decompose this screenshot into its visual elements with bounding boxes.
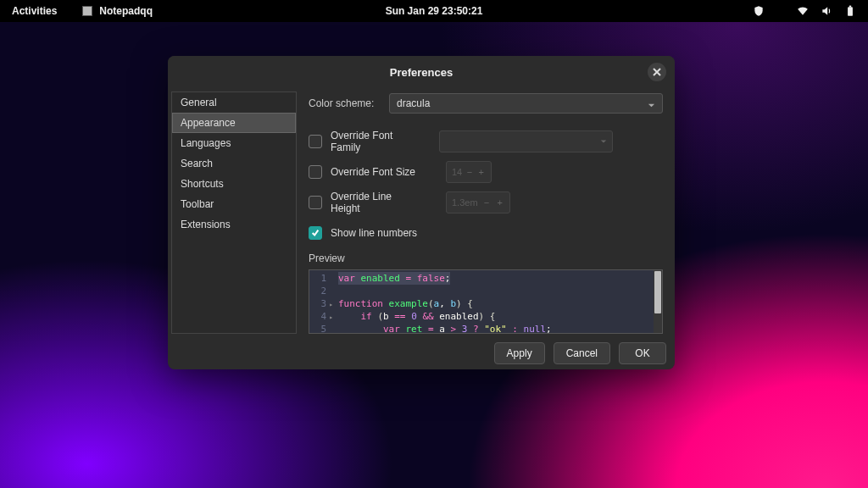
apply-button[interactable]: Apply xyxy=(494,342,545,364)
app-menu[interactable]: Notepadqq xyxy=(82,5,153,17)
dialog-button-bar: Apply Cancel OK xyxy=(168,337,675,369)
cancel-button[interactable]: Cancel xyxy=(554,342,610,364)
preferences-sidebar: General Appearance Languages Search Shor… xyxy=(171,92,297,334)
preview-label: Preview xyxy=(309,252,663,264)
clock-label: Sun Jan 29 23:50:21 xyxy=(386,5,483,17)
svg-rect-0 xyxy=(848,7,853,15)
volume-icon xyxy=(821,5,832,17)
dialog-title: Preferences xyxy=(390,66,453,79)
minus-icon: − xyxy=(482,197,491,208)
close-button[interactable] xyxy=(648,63,666,81)
sidebar-item-search[interactable]: Search xyxy=(172,153,296,174)
sidebar-item-shortcuts[interactable]: Shortcuts xyxy=(172,174,296,194)
system-tray[interactable] xyxy=(753,5,856,17)
minus-icon: − xyxy=(465,167,474,177)
preferences-content: Color scheme: dracula Override Font Fami… xyxy=(297,88,675,337)
show-line-numbers-label: Show line numbers xyxy=(331,227,417,239)
override-font-size-label: Override Font Size xyxy=(331,166,422,178)
activities-button[interactable]: Activities xyxy=(12,5,57,17)
color-scheme-dropdown[interactable]: dracula xyxy=(389,93,663,114)
sidebar-item-general[interactable]: General xyxy=(172,92,296,113)
font-size-stepper: 14 − + xyxy=(446,161,492,183)
font-family-dropdown xyxy=(439,130,613,152)
color-scheme-label: Color scheme: xyxy=(309,97,381,109)
preferences-dialog: Preferences General Appearance Languages… xyxy=(168,56,675,369)
app-icon xyxy=(82,6,92,16)
close-icon xyxy=(653,68,661,76)
show-line-numbers-checkbox[interactable] xyxy=(309,226,322,240)
ok-button[interactable]: OK xyxy=(619,342,666,364)
sidebar-item-languages[interactable]: Languages xyxy=(172,133,296,153)
shield-icon xyxy=(753,5,765,17)
sidebar-item-appearance[interactable]: Appearance xyxy=(172,113,296,133)
override-line-height-checkbox[interactable] xyxy=(309,196,322,209)
code-preview: 1 2 3 4 5 6 7 8 9 10 var enabled = false… xyxy=(309,269,663,334)
battery-icon xyxy=(844,5,856,17)
override-font-size-checkbox[interactable] xyxy=(309,165,322,179)
color-scheme-value: dracula xyxy=(397,97,430,109)
preview-scrollbar[interactable] xyxy=(654,270,662,333)
preview-scrollthumb[interactable] xyxy=(654,271,661,313)
override-font-family-label: Override Font Family xyxy=(331,130,422,153)
sidebar-item-toolbar[interactable]: Toolbar xyxy=(172,194,296,214)
plus-icon: + xyxy=(477,167,486,177)
plus-icon: + xyxy=(496,197,504,208)
gnome-top-bar: Activities Notepadqq Sun Jan 29 23:50:21 xyxy=(0,0,868,22)
app-name-label: Notepadqq xyxy=(99,5,153,17)
preview-code-body: var enabled = false; function example(a,… xyxy=(330,270,662,333)
line-height-stepper: 1.3em − + xyxy=(446,191,510,214)
network-icon xyxy=(797,5,809,17)
dialog-titlebar[interactable]: Preferences xyxy=(168,56,675,88)
override-font-family-checkbox[interactable] xyxy=(309,135,322,148)
chevron-down-icon xyxy=(648,100,655,108)
preview-gutter: 1 2 3 4 5 6 7 8 9 10 xyxy=(309,270,330,333)
check-icon xyxy=(311,229,320,237)
override-line-height-label: Override Line Height xyxy=(331,191,422,214)
sidebar-item-extensions[interactable]: Extensions xyxy=(172,214,296,235)
svg-rect-1 xyxy=(849,6,851,8)
